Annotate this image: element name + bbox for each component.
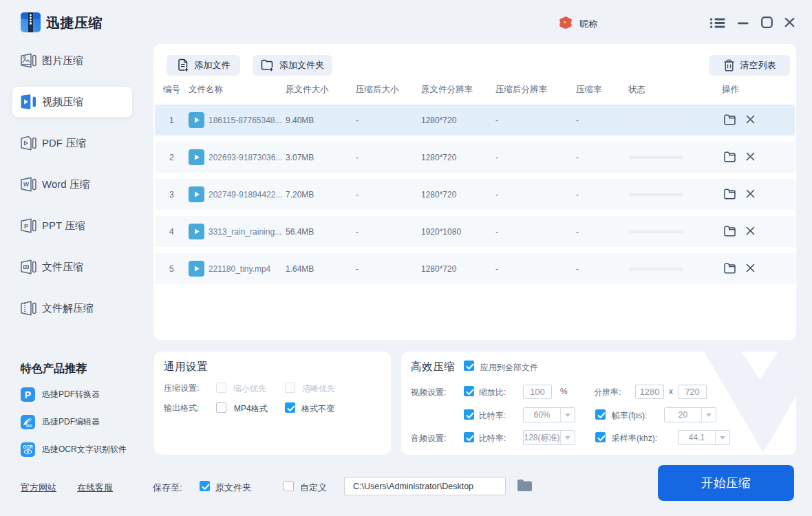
svg-text:PDF: PDF — [26, 424, 32, 428]
svg-text:P: P — [24, 223, 28, 230]
svg-text:P: P — [25, 389, 31, 400]
svg-text:OCR: OCR — [23, 444, 33, 449]
svg-text:W: W — [23, 181, 30, 188]
